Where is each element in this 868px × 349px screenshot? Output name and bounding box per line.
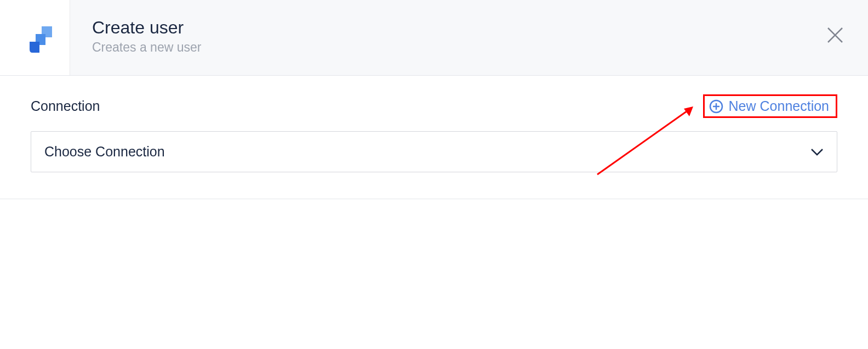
modal-subtitle: Creates a new user: [92, 40, 868, 55]
jira-logo-icon: [18, 21, 52, 55]
close-icon: [827, 27, 843, 43]
new-connection-button[interactable]: New Connection: [703, 94, 837, 118]
connection-row: Connection New Connection: [31, 94, 837, 118]
modal-title: Create user: [92, 18, 868, 38]
close-button[interactable]: [826, 26, 844, 44]
modal-header: Create user Creates a new user: [0, 0, 868, 76]
title-container: Create user Creates a new user: [70, 0, 868, 55]
content-section: Connection New Connection Choose Connect…: [0, 76, 868, 199]
logo-container: [0, 0, 70, 75]
chevron-down-icon: [810, 148, 824, 156]
connection-label: Connection: [31, 98, 100, 114]
connection-dropdown[interactable]: Choose Connection: [31, 131, 837, 172]
new-connection-label: New Connection: [729, 98, 829, 114]
dropdown-placeholder: Choose Connection: [44, 144, 165, 160]
plus-circle-icon: [709, 99, 723, 114]
